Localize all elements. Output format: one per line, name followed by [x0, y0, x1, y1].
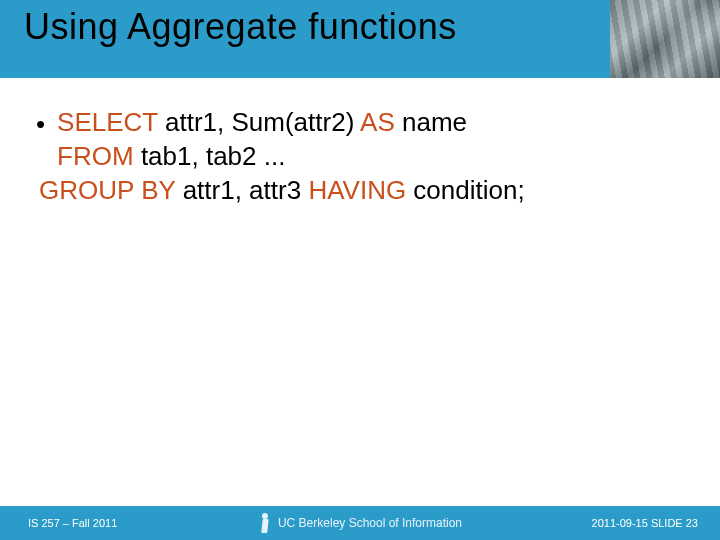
sql-line-2: FROM tab1, tab2 ...	[57, 140, 684, 174]
sql-line-1: SELECT attr1, Sum(attr2) AS name	[57, 106, 684, 140]
txt-groupby-args: attr1, attr3	[175, 175, 308, 205]
kw-select: SELECT	[57, 107, 158, 137]
txt-select-args: attr1, Sum(attr2)	[158, 107, 360, 137]
slide-title: Using Aggregate functions	[24, 6, 457, 48]
kw-having: HAVING	[308, 175, 406, 205]
bullet-content: SELECT attr1, Sum(attr2) AS name FROM ta…	[57, 106, 684, 207]
footer-bar: IS 257 – Fall 2011 UC Berkeley School of…	[0, 506, 720, 540]
sql-line-3: GROUP BY attr1, attr3 HAVING condition;	[39, 174, 684, 208]
berkeley-ischool-icon	[258, 513, 272, 533]
footer-center: UC Berkeley School of Information	[258, 513, 462, 533]
footer-left: IS 257 – Fall 2011	[28, 517, 117, 529]
kw-as: AS	[360, 107, 395, 137]
bullet-dot-icon: •	[36, 108, 45, 142]
txt-as-args: name	[395, 107, 467, 137]
slide-body: • SELECT attr1, Sum(attr2) AS name FROM …	[0, 78, 720, 506]
footer-right: 2011-09-15 SLIDE 23	[592, 517, 698, 529]
kw-groupby: GROUP BY	[39, 175, 175, 205]
kw-from: FROM	[57, 141, 134, 171]
title-bar: Using Aggregate functions	[0, 0, 720, 78]
footer-center-label: UC Berkeley School of Information	[278, 516, 462, 530]
title-decorative-image	[610, 0, 720, 78]
txt-from-args: tab1, tab2 ...	[134, 141, 286, 171]
slide: Using Aggregate functions • SELECT attr1…	[0, 0, 720, 540]
bullet-item: • SELECT attr1, Sum(attr2) AS name FROM …	[36, 106, 684, 207]
txt-having-args: condition;	[406, 175, 525, 205]
